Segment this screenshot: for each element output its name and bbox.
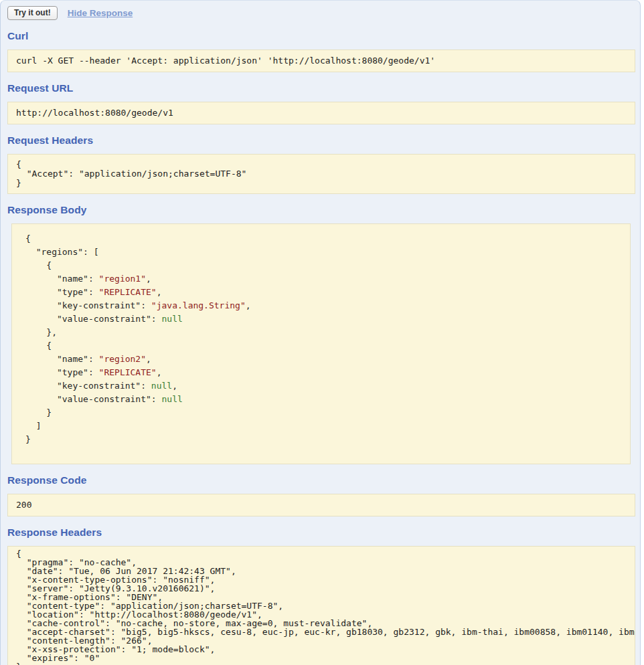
response-code-section-title: Response Code bbox=[7, 474, 631, 486]
curl-command-block: curl -X GET --header 'Accept: applicatio… bbox=[7, 50, 635, 72]
request-url-section-title: Request URL bbox=[7, 82, 631, 94]
try-it-out-button[interactable]: Try it out! bbox=[7, 6, 58, 20]
response-code-block: 200 bbox=[7, 494, 635, 516]
operation-response-panel: Try it out! Hide Response Curl curl -X G… bbox=[0, 0, 641, 665]
request-url-block: http://localhost:8080/geode/v1 bbox=[7, 102, 635, 124]
response-headers-block: { "pragma": "no-cache", "date": "Tue, 06… bbox=[7, 546, 635, 665]
request-headers-section-title: Request Headers bbox=[7, 134, 631, 147]
request-headers-block: { "Accept": "application/json;charset=UT… bbox=[7, 154, 635, 194]
curl-section-title: Curl bbox=[7, 30, 631, 42]
response-headers-section-title: Response Headers bbox=[7, 527, 631, 539]
response-body-block: { "regions": [ { "name": "region1", "typ… bbox=[11, 223, 631, 464]
hide-response-link[interactable]: Hide Response bbox=[68, 8, 133, 18]
sandbox-toolbar: Try it out! Hide Response bbox=[7, 5, 640, 20]
response-body-section-title: Response Body bbox=[7, 204, 631, 216]
